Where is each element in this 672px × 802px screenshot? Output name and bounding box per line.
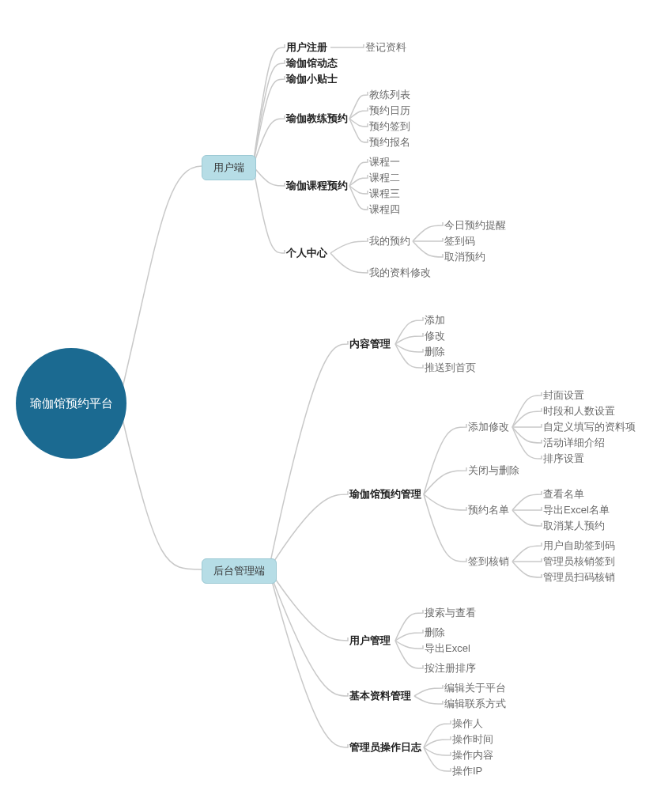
- node-coach-booking[interactable]: 瑜伽教练预约: [286, 112, 348, 126]
- node-content-add[interactable]: 添加: [425, 313, 445, 327]
- node-edit-contact[interactable]: 编辑联系方式: [444, 697, 506, 711]
- node-course-3[interactable]: 课程三: [369, 187, 400, 201]
- node-sort-setting[interactable]: 排序设置: [543, 452, 584, 466]
- node-add-edit[interactable]: 添加修改: [468, 420, 509, 434]
- node-content-push[interactable]: 推送到首页: [425, 361, 476, 375]
- branch-label: 后台管理端: [213, 565, 265, 577]
- node-coach-list[interactable]: 教练列表: [369, 88, 410, 102]
- node-checkin-code[interactable]: 签到码: [444, 234, 475, 248]
- node-studio-news[interactable]: 瑜伽馆动态: [286, 56, 338, 70]
- node-edit-about[interactable]: 编辑关于平台: [444, 681, 506, 695]
- root-node[interactable]: 瑜伽馆预约平台: [16, 348, 126, 459]
- node-user-delete[interactable]: 删除: [425, 626, 445, 640]
- node-booking-list[interactable]: 预约名单: [468, 503, 509, 517]
- node-log-content[interactable]: 操作内容: [452, 748, 493, 762]
- node-basic-info-mgmt[interactable]: 基本资料管理: [349, 689, 411, 703]
- node-course-4[interactable]: 课程四: [369, 202, 400, 217]
- node-cancel-booking[interactable]: 取消预约: [444, 250, 485, 264]
- node-user-mgmt[interactable]: 用户管理: [349, 634, 391, 648]
- node-content-mgmt[interactable]: 内容管理: [349, 337, 391, 351]
- node-booking-signup[interactable]: 预约报名: [369, 135, 410, 149]
- node-yoga-tips[interactable]: 瑜伽小贴士: [286, 72, 338, 86]
- node-log-ip[interactable]: 操作IP: [452, 764, 482, 778]
- node-course-1[interactable]: 课程一: [369, 155, 400, 169]
- node-admin-verify-checkin[interactable]: 管理员核销签到: [543, 554, 615, 569]
- node-content-delete[interactable]: 删除: [425, 345, 445, 359]
- node-export-excel[interactable]: 导出Excel: [425, 641, 470, 656]
- node-slot-setting[interactable]: 时段和人数设置: [543, 404, 615, 418]
- branch-user-client[interactable]: 用户端: [202, 155, 256, 180]
- node-content-edit[interactable]: 修改: [425, 329, 445, 343]
- node-self-checkin-code[interactable]: 用户自助签到码: [543, 539, 615, 553]
- node-cancel-someone[interactable]: 取消某人预约: [543, 519, 605, 533]
- node-admin-log[interactable]: 管理员操作日志: [349, 740, 421, 755]
- node-view-list[interactable]: 查看名单: [543, 487, 584, 501]
- node-user-register[interactable]: 用户注册: [286, 40, 327, 55]
- node-export-excel-list[interactable]: 导出Excel名单: [543, 503, 610, 517]
- node-close-delete[interactable]: 关闭与删除: [468, 463, 519, 478]
- node-log-time[interactable]: 操作时间: [452, 732, 493, 747]
- node-sort-by-register[interactable]: 按注册排序: [425, 661, 476, 675]
- node-custom-fields[interactable]: 自定义填写的资料项: [543, 420, 636, 434]
- node-my-profile-edit[interactable]: 我的资料修改: [369, 266, 431, 280]
- node-cover-setting[interactable]: 封面设置: [543, 388, 584, 403]
- node-personal-center[interactable]: 个人中心: [286, 246, 327, 260]
- node-activity-detail[interactable]: 活动详细介绍: [543, 436, 605, 450]
- node-course-booking[interactable]: 瑜伽课程预约: [286, 179, 348, 193]
- node-log-operator[interactable]: 操作人: [452, 717, 483, 731]
- node-search-view[interactable]: 搜索与查看: [425, 606, 476, 620]
- node-today-reminder[interactable]: 今日预约提醒: [444, 218, 506, 233]
- branch-admin[interactable]: 后台管理端: [202, 558, 277, 584]
- root-label: 瑜伽馆预约平台: [30, 396, 113, 411]
- node-my-booking[interactable]: 我的预约: [369, 234, 410, 248]
- node-admin-scan-verify[interactable]: 管理员扫码核销: [543, 570, 615, 584]
- node-booking-checkin[interactable]: 预约签到: [369, 119, 410, 134]
- node-checkin-verify[interactable]: 签到核销: [468, 554, 509, 569]
- branch-label: 用户端: [213, 161, 244, 173]
- node-course-2[interactable]: 课程二: [369, 171, 400, 185]
- node-register-data[interactable]: 登记资料: [365, 40, 406, 55]
- node-booking-mgmt[interactable]: 瑜伽馆预约管理: [349, 487, 421, 501]
- node-booking-calendar[interactable]: 预约日历: [369, 104, 410, 118]
